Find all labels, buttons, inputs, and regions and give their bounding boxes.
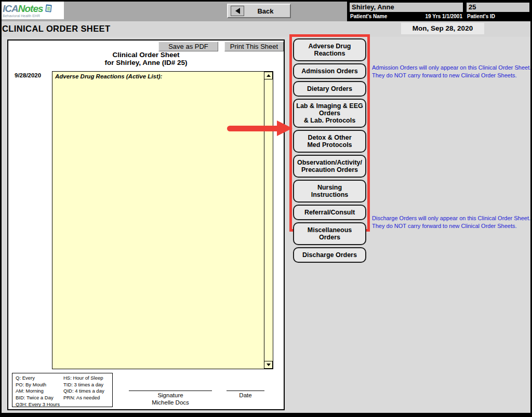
order-buttons-panel: Adverse Drug Reactions Admission Orders … — [289, 34, 370, 232]
app-window: ICANotes Behavioral Health EHR Back Shir… — [2, 2, 530, 413]
patient-age-dob: 19 Yrs 1/1/2001 — [402, 14, 462, 19]
detox-other-med-protocols-button[interactable]: Detox & Other Med Protocols — [293, 130, 366, 153]
clipboard-icon — [44, 4, 52, 12]
patient-id-label: Patient's ID — [467, 14, 495, 19]
patient-id-field[interactable]: 25 — [467, 3, 529, 12]
scroll-up-icon — [267, 74, 271, 77]
miscellaneous-orders-button[interactable]: Miscellaneous Orders — [293, 222, 366, 245]
order-textarea[interactable]: Adverse Drug Reactions (Active List): — [52, 71, 273, 369]
sheet-title-line2: for Shirley, Anne (ID# 25) — [8, 59, 284, 66]
lab-imaging-eeg-orders-button[interactable]: Lab & Imaging & EEG Orders & Lab. Protoc… — [293, 99, 366, 128]
date-line — [227, 391, 264, 391]
icanotes-logo: ICANotes Behavioral Health EHR — [2, 2, 64, 19]
save-as-pdf-button[interactable]: Save as PDF — [158, 42, 218, 51]
discharge-orders-button[interactable]: Discharge Orders — [293, 247, 366, 263]
brand-text-ica: ICA — [3, 4, 18, 14]
patient-name-field[interactable]: Shirley, Anne — [350, 3, 463, 12]
legend-column-1: Q: Every PO: By Mouth AM: Morning BID: T… — [16, 375, 60, 408]
referral-consult-button[interactable]: Referral/Consult — [293, 205, 366, 220]
top-bar: ICANotes Behavioral Health EHR Back Shir… — [2, 2, 530, 21]
adverse-drug-reactions-button[interactable]: Adverse Drug Reactions — [293, 38, 366, 61]
title-bar: CLINICAL ORDER SHEET Mon, Sep 28, 2020 — [2, 21, 530, 37]
abbreviation-legend: Q: Every PO: By Mouth AM: Morning BID: T… — [12, 373, 113, 407]
signature-line — [129, 391, 212, 391]
admission-orders-note: Admission Orders will only appear on thi… — [372, 64, 532, 79]
nursing-instructions-button[interactable]: Nursing Instructions — [293, 180, 366, 203]
patient-info-strip: Shirley, Anne 25 Patient's Name 19 Yrs 1… — [347, 2, 530, 21]
back-arrow-icon — [231, 6, 244, 16]
date-label: Date — [227, 392, 264, 398]
signature-label: Signature — [129, 392, 212, 398]
order-entry-date: 9/28/2020 — [15, 72, 41, 78]
back-button-label: Back — [244, 7, 287, 15]
admission-orders-button[interactable]: Admission Orders — [293, 63, 366, 79]
sheet-title-line1: Clinical Order Sheet — [8, 51, 284, 59]
current-date: Mon, Sep 28, 2020 — [401, 23, 484, 34]
brand-text-notes: Notes — [18, 4, 43, 14]
brand-tagline: Behavioral Health EHR — [3, 14, 64, 18]
clinical-order-sheet-panel: Save as PDF Print This Sheet Clinical Or… — [7, 39, 285, 410]
page-title: CLINICAL ORDER SHEET — [2, 24, 110, 34]
discharge-orders-note: Discharge Orders will only appear on thi… — [372, 214, 532, 230]
back-button[interactable]: Back — [227, 4, 291, 18]
order-textarea-content: Adverse Drug Reactions (Active List): — [55, 73, 261, 79]
print-this-sheet-button[interactable]: Print This Sheet — [224, 42, 284, 51]
scroll-down-button[interactable] — [264, 361, 273, 369]
order-scrollbar[interactable] — [264, 72, 273, 369]
scroll-up-button[interactable] — [264, 72, 273, 79]
dietary-orders-button[interactable]: Dietary Orders — [293, 81, 366, 97]
observation-activity-precaution-orders-button[interactable]: Observation/Activity/ Precaution Orders — [293, 155, 366, 178]
patient-name-label: Patient's Name — [350, 14, 387, 19]
signature-name: Michelle Docs — [129, 399, 212, 406]
scroll-down-icon — [267, 364, 271, 366]
legend-column-2: HS: Hour of Sleep TID: 3 times a day QID… — [63, 375, 104, 401]
